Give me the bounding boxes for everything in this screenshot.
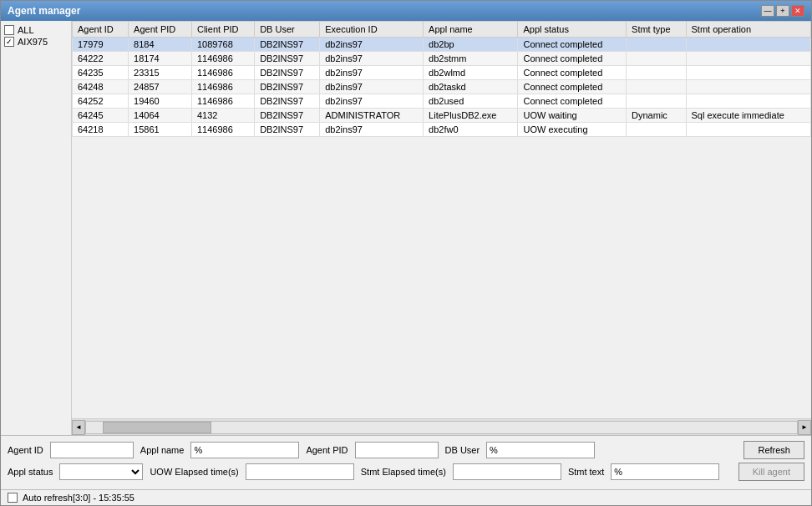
col-appl-name: Appl name (424, 22, 518, 38)
kill-col: Kill agent (738, 463, 804, 481)
stmt-text-label: Stmt text (568, 467, 604, 477)
uow-elapsed-input[interactable] (246, 463, 354, 480)
agent-pid-input[interactable] (355, 442, 439, 458)
table-row[interactable]: 64252194601146986DB2INS97db2ins97db2used… (73, 94, 811, 109)
col-stmt-operation: Stmt operation (686, 22, 810, 38)
aix975-checkbox[interactable] (4, 37, 14, 47)
maximize-button[interactable]: + (776, 5, 789, 17)
window-title: Agent manager (8, 5, 80, 17)
auto-refresh-label: Auto refresh[3:0] - 15:35:55 (23, 493, 134, 503)
appl-name-filter-label: Appl name (140, 445, 185, 455)
col-agent-id: Agent ID (73, 22, 129, 38)
close-button[interactable]: ✕ (791, 5, 804, 17)
sidebar: ALL AIX975 (1, 21, 72, 435)
aix975-label: AIX975 (18, 37, 48, 47)
col-appl-status: Appl status (518, 22, 627, 38)
all-checkbox[interactable] (4, 25, 14, 35)
window-controls: — + ✕ (761, 5, 804, 17)
all-label: ALL (18, 25, 34, 35)
uow-elapsed-label: UOW Elapsed time(s) (150, 467, 238, 477)
stmt-elapsed-input[interactable] (453, 463, 561, 480)
sidebar-item-aix975[interactable]: AIX975 (4, 36, 68, 48)
minimize-button[interactable]: — (761, 5, 774, 17)
table-row[interactable]: 64218158611146986DB2INS97db2ins97db2fw0U… (73, 123, 811, 137)
appl-status-label: Appl status (8, 467, 53, 477)
horizontal-scrollbar[interactable]: ◄ ► (72, 418, 811, 435)
db-user-filter-label: DB User (445, 445, 480, 455)
table-header: Agent ID Agent PID Client PID DB User Ex… (73, 22, 811, 38)
kill-agent-button[interactable]: Kill agent (738, 463, 804, 481)
agent-id-input[interactable] (50, 442, 134, 458)
filter-row-1: Agent ID Appl name Agent PID DB User Ref… (8, 441, 804, 459)
table-row[interactable]: 1797981841089768DB2INS97db2ins97db2bpCon… (73, 38, 811, 52)
table-row[interactable]: 64245140644132DB2INS97ADMINISTRATORLiteP… (73, 109, 811, 123)
scroll-right-btn[interactable]: ► (798, 420, 811, 435)
col-client-pid: Client PID (191, 22, 254, 38)
agent-id-label: Agent ID (8, 445, 43, 455)
status-bar: Auto refresh[3:0] - 15:35:55 (1, 489, 811, 505)
title-bar: Agent manager — + ✕ (1, 1, 811, 21)
agent-pid-label: Agent PID (306, 445, 348, 455)
table-row[interactable]: 64248248571146986DB2INS97db2ins97db2task… (73, 80, 811, 94)
agent-manager-window: Agent manager — + ✕ ALL AIX975 (0, 0, 812, 506)
main-content: ALL AIX975 Agent ID Agent PID Client (1, 21, 811, 435)
col-stmt-type: Stmt type (627, 22, 686, 38)
table-body: 1797981841089768DB2INS97db2ins97db2bpCon… (73, 38, 811, 137)
col-execution-id: Execution ID (320, 22, 424, 38)
stmt-elapsed-label: Stmt Elapsed time(s) (361, 467, 446, 477)
refresh-button[interactable]: Refresh (743, 441, 804, 459)
table-row[interactable]: 64235233151146986DB2INS97db2ins97db2wlmd… (73, 66, 811, 80)
col-agent-pid: Agent PID (129, 22, 192, 38)
right-panel: Agent ID Agent PID Client PID DB User Ex… (72, 21, 811, 435)
scroll-thumb[interactable] (103, 422, 211, 433)
scroll-left-btn[interactable]: ◄ (72, 420, 85, 435)
sidebar-item-all[interactable]: ALL (4, 24, 68, 36)
db-user-input[interactable] (486, 442, 595, 458)
scroll-track[interactable] (85, 421, 798, 434)
table-container: Agent ID Agent PID Client PID DB User Ex… (72, 21, 811, 435)
table-row[interactable]: 64222181741146986DB2INS97db2ins97db2stmm… (73, 52, 811, 66)
appl-name-input[interactable] (190, 442, 299, 458)
filter-row-2: Appl status UOW Elapsed time(s) Stmt Ela… (8, 463, 804, 481)
table-scroll-wrapper[interactable]: Agent ID Agent PID Client PID DB User Ex… (72, 21, 811, 418)
auto-refresh-checkbox[interactable] (8, 493, 18, 503)
action-buttons: Refresh (743, 441, 804, 459)
agents-table: Agent ID Agent PID Client PID DB User Ex… (72, 21, 811, 137)
stmt-text-input[interactable] (611, 463, 719, 480)
bottom-panel: Agent ID Appl name Agent PID DB User Ref… (1, 435, 811, 489)
appl-status-select[interactable] (59, 463, 143, 480)
col-db-user: DB User (255, 22, 320, 38)
